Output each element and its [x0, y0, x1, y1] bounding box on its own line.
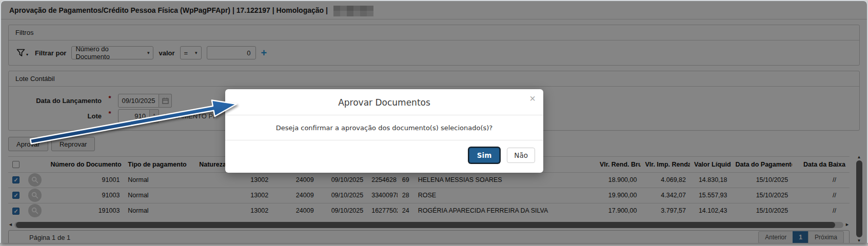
modal-message: Deseja confirmar a aprovação dos documen… [276, 124, 492, 132]
confirm-yes-button[interactable]: Sim [469, 148, 500, 163]
close-icon[interactable]: × [529, 93, 536, 105]
confirm-no-button[interactable]: Não [507, 148, 535, 163]
app-window: Aprovação de Pagamentos/Crédito Pessoa F… [0, 0, 868, 243]
approve-documents-modal: Aprovar Documentos × Deseja confirmar a … [225, 89, 543, 173]
modal-title: Aprovar Documentos [338, 97, 430, 108]
